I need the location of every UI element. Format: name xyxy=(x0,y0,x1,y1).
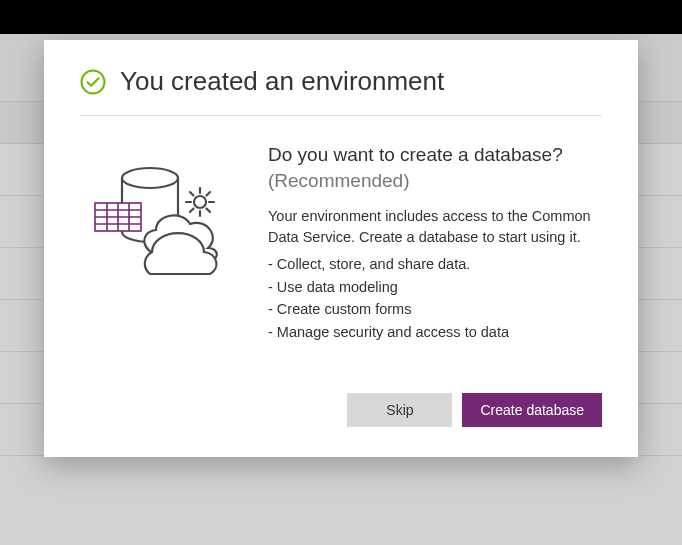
svg-point-0 xyxy=(82,70,105,93)
create-database-dialog: You created an environment xyxy=(44,40,638,457)
modal-overlay: You created an environment xyxy=(0,0,682,545)
svg-line-14 xyxy=(190,192,194,196)
recommended-label: (Recommended) xyxy=(268,170,602,192)
skip-button[interactable]: Skip xyxy=(347,393,452,427)
dialog-footer: Skip Create database xyxy=(80,393,602,427)
dialog-header: You created an environment xyxy=(80,66,602,116)
svg-line-15 xyxy=(207,209,211,213)
dialog-content: Do you want to create a database? (Recom… xyxy=(268,142,602,343)
feature-item: - Create custom forms xyxy=(268,298,602,320)
dialog-question: Do you want to create a database? xyxy=(268,142,602,168)
svg-point-1 xyxy=(122,168,178,188)
svg-point-9 xyxy=(194,196,206,208)
svg-line-17 xyxy=(190,209,194,213)
feature-item: - Collect, store, and share data. xyxy=(268,253,602,275)
success-check-icon xyxy=(80,69,106,95)
dialog-title: You created an environment xyxy=(120,66,444,97)
create-database-button[interactable]: Create database xyxy=(462,393,602,427)
database-illustration xyxy=(80,142,240,343)
dialog-body: Do you want to create a database? (Recom… xyxy=(80,116,602,343)
feature-item: - Use data modeling xyxy=(268,276,602,298)
dialog-description: Your environment includes access to the … xyxy=(268,206,602,250)
feature-item: - Manage security and access to data xyxy=(268,321,602,343)
feature-list: - Collect, store, and share data. - Use … xyxy=(268,253,602,343)
svg-line-16 xyxy=(207,192,211,196)
